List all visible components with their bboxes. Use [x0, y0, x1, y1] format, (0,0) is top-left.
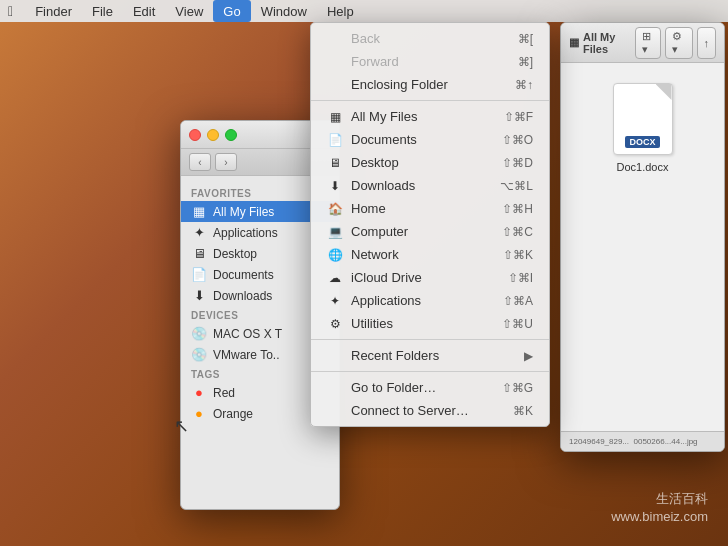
macosx-icon: 💿 [191, 326, 207, 341]
docx-file-item[interactable]: DOCX Doc1.docx [613, 83, 673, 173]
documents-menu-icon: 📄 [327, 133, 343, 147]
applications-menu-icon: ✦ [327, 294, 343, 308]
go-menu-item-documents[interactable]: 📄 Documents ⇧⌘O [311, 128, 549, 151]
computer-menu-icon: 💻 [327, 225, 343, 239]
all-my-files-shortcut: ⇧⌘F [504, 110, 533, 124]
finder-main-status: 12049649_829... 0050266...44...jpg [561, 431, 724, 451]
forward-shortcut: ⌘] [518, 55, 533, 69]
go-menu-item-computer[interactable]: 💻 Computer ⇧⌘C [311, 220, 549, 243]
cursor: ↖ [174, 415, 189, 437]
go-menu-item-goto-folder[interactable]: Go to Folder… ⇧⌘G [311, 376, 549, 399]
window-maximize-button[interactable] [225, 129, 237, 141]
menubar-file[interactable]: File [82, 0, 123, 22]
docx-filename: Doc1.docx [617, 161, 669, 173]
applications-icon: ✦ [191, 225, 207, 240]
go-menu-item-forward[interactable]: Forward ⌘] [311, 50, 549, 73]
connect-server-shortcut: ⌘K [513, 404, 533, 418]
vmware-icon: 💿 [191, 347, 207, 362]
nav-back-button[interactable]: ‹ [189, 153, 211, 171]
downloads-shortcut: ⌥⌘L [500, 179, 533, 193]
go-menu-item-network[interactable]: 🌐 Network ⇧⌘K [311, 243, 549, 266]
separator-3 [311, 371, 549, 372]
finder-toolbar-icons: ⊞ ▾ ⚙ ▾ ↑ [635, 27, 716, 59]
enclosing-shortcut: ⌘↑ [515, 78, 533, 92]
go-menu-item-home[interactable]: 🏠 Home ⇧⌘H [311, 197, 549, 220]
utilities-menu-icon: ⚙ [327, 317, 343, 331]
go-menu-item-all-my-files[interactable]: ▦ All My Files ⇧⌘F [311, 105, 549, 128]
recent-folders-arrow: ▶ [524, 349, 533, 363]
go-menu-item-desktop[interactable]: 🖥 Desktop ⇧⌘D [311, 151, 549, 174]
go-menu: Back ⌘[ Forward ⌘] Enclosing Folder ⌘↑ ▦… [310, 22, 550, 427]
downloads-menu-icon: ⬇ [327, 179, 343, 193]
downloads-icon: ⬇ [191, 288, 207, 303]
go-menu-item-recent-folders[interactable]: Recent Folders ▶ [311, 344, 549, 367]
file-corner-fold [656, 84, 672, 100]
go-menu-item-utilities[interactable]: ⚙ Utilities ⇧⌘U [311, 312, 549, 335]
tag-red-icon: ● [191, 385, 207, 400]
menubar-view[interactable]: View [165, 0, 213, 22]
window-minimize-button[interactable] [207, 129, 219, 141]
goto-folder-shortcut: ⇧⌘G [502, 381, 533, 395]
documents-shortcut: ⇧⌘O [502, 133, 533, 147]
home-menu-icon: 🏠 [327, 202, 343, 216]
all-my-files-icon: ▦ [191, 204, 207, 219]
docx-type-label: DOCX [625, 136, 659, 148]
all-my-files-menu-icon: ▦ [327, 110, 343, 124]
icloud-shortcut: ⇧⌘I [508, 271, 533, 285]
watermark: 生活百科 www.bimeiz.com [611, 490, 708, 526]
go-menu-item-enclosing[interactable]: Enclosing Folder ⌘↑ [311, 73, 549, 96]
go-menu-item-icloud[interactable]: ☁ iCloud Drive ⇧⌘I [311, 266, 549, 289]
go-menu-item-downloads[interactable]: ⬇ Downloads ⌥⌘L [311, 174, 549, 197]
desktop-menu-icon: 🖥 [327, 156, 343, 170]
menubar-finder[interactable]: Finder [25, 0, 82, 22]
window-close-button[interactable] [189, 129, 201, 141]
go-menu-item-connect-server[interactable]: Connect to Server… ⌘K [311, 399, 549, 422]
status-text: 12049649_829... 0050266...44...jpg [569, 437, 698, 446]
finder-main-content: DOCX Doc1.docx [561, 63, 724, 193]
menubar-window[interactable]: Window [251, 0, 317, 22]
network-shortcut: ⇧⌘K [503, 248, 533, 262]
separator-1 [311, 100, 549, 101]
desktop-shortcut: ⇧⌘D [502, 156, 533, 170]
documents-icon: 📄 [191, 267, 207, 282]
apple-menu-icon[interactable]:  [8, 3, 13, 19]
docx-file-icon: DOCX [613, 83, 673, 155]
finder-main-title-icon: ▦ [569, 36, 579, 49]
share-button[interactable]: ↑ [697, 27, 717, 59]
desktop-icon: 🖥 [191, 246, 207, 261]
applications-shortcut: ⇧⌘A [503, 294, 533, 308]
home-shortcut: ⇧⌘H [502, 202, 533, 216]
action-button[interactable]: ⚙ ▾ [665, 27, 692, 59]
view-options-button[interactable]: ⊞ ▾ [635, 27, 662, 59]
tag-orange-icon: ● [191, 406, 207, 421]
menubar-help[interactable]: Help [317, 0, 364, 22]
menubar-edit[interactable]: Edit [123, 0, 165, 22]
utilities-shortcut: ⇧⌘U [502, 317, 533, 331]
go-menu-item-applications[interactable]: ✦ Applications ⇧⌘A [311, 289, 549, 312]
icloud-menu-icon: ☁ [327, 271, 343, 285]
nav-forward-button[interactable]: › [215, 153, 237, 171]
computer-shortcut: ⇧⌘C [502, 225, 533, 239]
network-menu-icon: 🌐 [327, 248, 343, 262]
go-menu-item-back[interactable]: Back ⌘[ [311, 27, 549, 50]
menubar-go[interactable]: Go [213, 0, 250, 22]
separator-2 [311, 339, 549, 340]
finder-main-toolbar: ▦ All My Files ⊞ ▾ ⚙ ▾ ↑ [561, 23, 724, 63]
menubar:  Finder File Edit View Go Window Help [0, 0, 728, 22]
back-shortcut: ⌘[ [518, 32, 533, 46]
finder-main-title: ▦ All My Files [569, 31, 635, 55]
finder-main-panel: ▦ All My Files ⊞ ▾ ⚙ ▾ ↑ DOCX Doc1.docx … [560, 22, 725, 452]
